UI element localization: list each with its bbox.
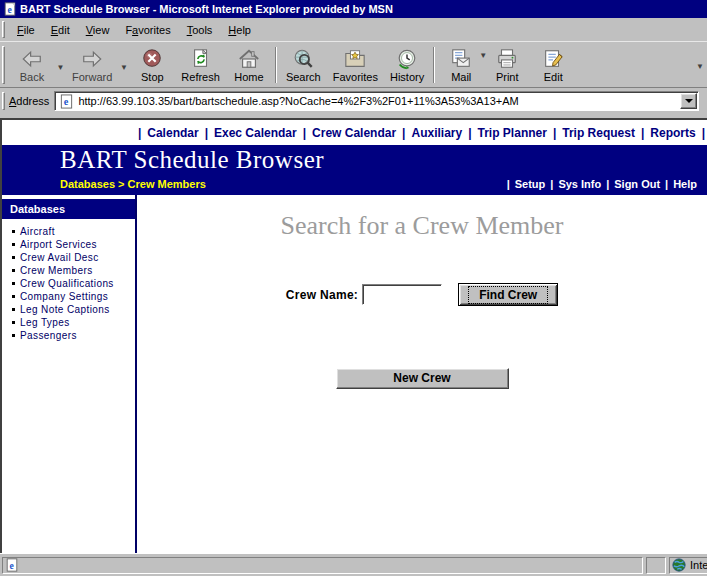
nav-link-reports[interactable]: Reports: [644, 126, 701, 140]
site-nav: |Calendar|Exec Calendar|Crew Calendar|Au…: [2, 120, 707, 145]
bullet-icon: [12, 256, 15, 259]
bullet-icon: [12, 295, 15, 298]
nav-link-trip-planner[interactable]: Trip Planner: [472, 126, 553, 140]
mail-button[interactable]: Mail ▼: [438, 42, 484, 87]
sidebar-item-airport-services[interactable]: Airport Services: [2, 238, 135, 251]
sidebar-databases: Databases Aircraft Airport Services Crew…: [2, 195, 137, 553]
site-header: BART Schedule Browser Databases > Crew M…: [2, 145, 707, 195]
print-button[interactable]: Print: [484, 42, 530, 87]
new-crew-button[interactable]: New Crew: [336, 368, 509, 389]
sidebar-item-aircraft[interactable]: Aircraft: [2, 225, 135, 238]
svg-text:e: e: [7, 4, 12, 15]
header-link-help[interactable]: Help: [668, 178, 702, 190]
nav-link-auxiliary[interactable]: Auxiliary: [405, 126, 468, 140]
address-grip-handle[interactable]: [2, 92, 5, 110]
window-title: BART Schedule Browser - Microsoft Intern…: [20, 3, 393, 15]
sidebar-item-leg-note-captions[interactable]: Leg Note Captions: [2, 303, 135, 316]
history-button[interactable]: History: [384, 42, 430, 87]
bullet-icon: [12, 282, 15, 285]
sidebar-item-leg-types[interactable]: Leg Types: [2, 316, 135, 329]
refresh-icon: [190, 48, 212, 70]
toolbar-overflow-chevron[interactable]: ▼: [696, 62, 704, 71]
history-clock-icon: [396, 48, 418, 70]
menu-grip-handle[interactable]: [2, 21, 5, 37]
header-link-sign-out[interactable]: Sign Out: [609, 178, 665, 190]
nav-link-crew-calendar[interactable]: Crew Calendar: [306, 126, 402, 140]
menu-bar: File Edit View Favorites Tools Help: [0, 18, 707, 42]
ie-page-icon: e: [59, 94, 74, 109]
favorites-folder-icon: [344, 48, 366, 70]
status-zone-label: Internet: [690, 559, 707, 571]
menu-help[interactable]: Help: [220, 21, 259, 39]
print-icon: [496, 48, 518, 70]
sidebar-item-passengers[interactable]: Passengers: [2, 329, 135, 342]
search-button[interactable]: Search: [280, 42, 327, 87]
find-crew-label: Find Crew: [468, 286, 548, 304]
svg-text:e: e: [9, 560, 14, 571]
back-button[interactable]: Back: [9, 42, 55, 87]
globe-icon: [672, 558, 686, 572]
edit-page-icon: [542, 48, 564, 70]
menu-view[interactable]: View: [78, 21, 118, 39]
address-field[interactable]: e http://63.99.103.35/bart/bartschedule.…: [54, 91, 699, 111]
menu-edit[interactable]: Edit: [43, 21, 78, 39]
sidebar-item-crew-members[interactable]: Crew Members: [2, 264, 135, 277]
svg-text:e: e: [64, 96, 69, 107]
ie-page-icon: e: [5, 558, 19, 572]
edit-button[interactable]: Edit: [530, 42, 576, 87]
database-list: Aircraft Airport Services Crew Avail Des…: [2, 225, 135, 342]
address-url[interactable]: http://63.99.103.35/bart/bartschedule.as…: [78, 95, 680, 107]
stop-button[interactable]: Stop: [129, 42, 175, 87]
browser-window: e BART Schedule Browser - Microsoft Inte…: [0, 0, 707, 576]
toolbar-separator: [433, 47, 435, 83]
menu-favorites[interactable]: Favorites: [117, 21, 178, 39]
refresh-button[interactable]: Refresh: [175, 42, 226, 87]
mail-dropdown-arrow[interactable]: ▼: [479, 51, 487, 60]
mail-icon: [450, 48, 472, 70]
crew-name-input[interactable]: [362, 284, 442, 305]
crew-name-label: Crew Name:: [286, 288, 358, 302]
bullet-icon: [12, 230, 15, 233]
toolbar-grip-handle[interactable]: [2, 46, 5, 84]
forward-dropdown-arrow[interactable]: ▼: [118, 42, 129, 87]
back-arrow-icon: [21, 48, 43, 70]
content-row: Databases Aircraft Airport Services Crew…: [2, 195, 707, 553]
sidebar-title: Databases: [2, 199, 135, 219]
header-link-sys-info[interactable]: Sys Info: [553, 178, 606, 190]
sidebar-item-crew-qualifications[interactable]: Crew Qualifications: [2, 277, 135, 290]
favorites-button[interactable]: Favorites: [327, 42, 384, 87]
find-crew-button[interactable]: Find Crew: [458, 283, 558, 306]
home-icon: [238, 48, 260, 70]
sidebar-item-company-settings[interactable]: Company Settings: [2, 290, 135, 303]
sidebar-item-crew-avail-desc[interactable]: Crew Avail Desc: [2, 251, 135, 264]
stop-icon: [141, 48, 163, 70]
back-dropdown-arrow[interactable]: ▼: [55, 42, 66, 87]
menu-tools[interactable]: Tools: [179, 21, 221, 39]
bullet-icon: [12, 321, 15, 324]
header-link-setup[interactable]: Setup: [510, 178, 551, 190]
bullet-icon: [12, 308, 15, 311]
crew-search-form: Crew Name: Find Crew: [286, 283, 558, 306]
site-title: BART Schedule Browser: [60, 146, 324, 174]
bullet-icon: [12, 243, 15, 246]
address-label: Address: [9, 95, 49, 107]
toolbar: Back ▼ Forward ▼ Stop: [0, 42, 707, 88]
main-content: Search for a Crew Member Crew Name: Find…: [137, 195, 707, 553]
ie-page-icon[interactable]: e: [3, 2, 17, 16]
status-main-pane: e: [2, 557, 643, 574]
nav-link-exec-calendar[interactable]: Exec Calendar: [208, 126, 303, 140]
caret-down-icon: [685, 99, 693, 103]
menu-file[interactable]: File: [9, 21, 43, 39]
header-links: |Setup|Sys Info|Sign Out|Help: [507, 178, 702, 190]
title-bar: e BART Schedule Browser - Microsoft Inte…: [0, 0, 707, 18]
address-bar: Address e http://63.99.103.35/bart/barts…: [0, 88, 707, 114]
toolbar-separator: [275, 47, 277, 83]
nav-link-trip-request[interactable]: Trip Request: [556, 126, 641, 140]
search-icon: [292, 48, 314, 70]
home-button[interactable]: Home: [226, 42, 272, 87]
forward-arrow-icon: [81, 48, 103, 70]
page-content: |Calendar|Exec Calendar|Crew Calendar|Au…: [0, 118, 707, 553]
address-dropdown-button[interactable]: [680, 93, 697, 109]
nav-link-calendar[interactable]: Calendar: [141, 126, 204, 140]
forward-button[interactable]: Forward: [66, 42, 118, 87]
